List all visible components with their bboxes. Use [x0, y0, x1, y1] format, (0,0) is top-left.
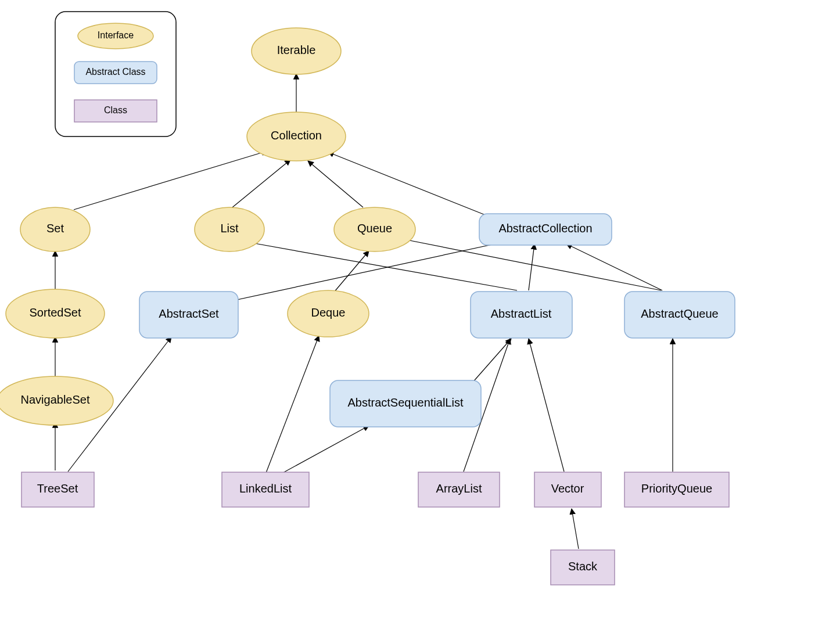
node-arraylist: ArrayList: [418, 472, 500, 507]
node-linkedlist: LinkedList: [222, 472, 309, 507]
svg-text:NavigableSet: NavigableSet: [21, 393, 90, 406]
svg-text:AbstractSequentialList: AbstractSequentialList: [347, 396, 463, 409]
svg-text:AbstractCollection: AbstractCollection: [498, 222, 592, 235]
edge-linkedlist-deque: [266, 336, 319, 473]
node-abstractqueue: AbstractQueue: [624, 292, 735, 338]
node-abstractlist: AbstractList: [471, 292, 572, 338]
svg-text:Stack: Stack: [568, 560, 598, 573]
node-sortedset: SortedSet: [6, 289, 105, 338]
svg-text:AbstractQueue: AbstractQueue: [641, 307, 718, 320]
edge-queue-collection: [308, 161, 363, 207]
diagram-canvas: Interface Abstract Class Class Ite: [0, 0, 840, 629]
svg-text:Iterable: Iterable: [277, 44, 316, 56]
svg-text:Vector: Vector: [551, 482, 584, 495]
node-set: Set: [20, 207, 90, 251]
node-abstractsequentiallist: AbstractSequentialList: [330, 380, 481, 427]
edge-set-collection: [74, 151, 267, 210]
node-list: List: [195, 207, 264, 251]
edge-abstractqueue-queue: [401, 239, 661, 290]
node-iterable: Iterable: [252, 28, 341, 74]
svg-text:TreeSet: TreeSet: [37, 482, 78, 495]
node-vector: Vector: [534, 472, 601, 507]
svg-text:PriorityQueue: PriorityQueue: [641, 482, 712, 495]
node-abstractcollection: AbstractCollection: [479, 214, 612, 245]
legend-class-label: Class: [104, 105, 127, 115]
edge-deque-queue: [334, 251, 369, 292]
svg-text:Set: Set: [46, 222, 64, 235]
svg-text:Collection: Collection: [271, 129, 322, 142]
edge-stack-vector: [572, 509, 579, 549]
node-collection: Collection: [247, 112, 346, 161]
edge-linkedlist-abstractsequentiallist: [283, 426, 369, 473]
svg-text:SortedSet: SortedSet: [30, 306, 81, 319]
node-treeset: TreeSet: [21, 472, 94, 507]
legend-interface-label: Interface: [98, 30, 134, 40]
svg-text:Queue: Queue: [357, 222, 392, 235]
edge-vector-abstractlist: [529, 339, 564, 472]
svg-text:LinkedList: LinkedList: [239, 482, 292, 495]
svg-text:ArrayList: ArrayList: [436, 482, 482, 495]
legend-abstract-label: Abstract Class: [85, 67, 145, 77]
edge-list-collection: [232, 160, 290, 207]
node-stack: Stack: [551, 550, 615, 585]
edge-abstractcollection-collection: [328, 152, 485, 215]
node-navigableset: NavigableSet: [0, 376, 113, 425]
node-abstractset: AbstractSet: [139, 292, 238, 338]
svg-text:List: List: [220, 222, 239, 235]
node-queue: Queue: [334, 207, 415, 251]
edge-abstractqueue-abstractcollection: [566, 244, 662, 290]
node-priorityqueue: PriorityQueue: [624, 472, 729, 507]
legend: Interface Abstract Class Class: [55, 12, 176, 136]
edge-abstractsequentiallist-abstractlist: [468, 339, 511, 387]
edge-abstractlist-abstractcollection: [529, 244, 534, 290]
node-deque: Deque: [288, 290, 369, 337]
svg-text:Deque: Deque: [311, 306, 346, 319]
svg-text:AbstractSet: AbstractSet: [159, 307, 219, 320]
svg-text:AbstractList: AbstractList: [491, 307, 552, 320]
